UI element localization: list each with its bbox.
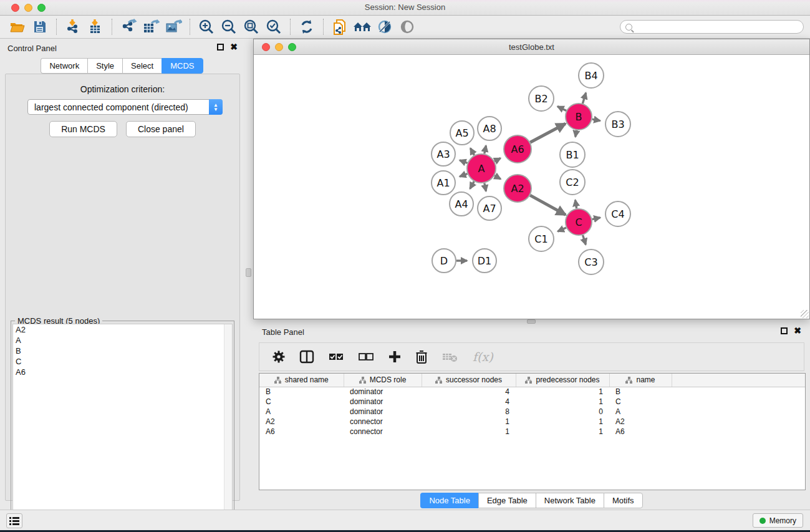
tab-style[interactable]: Style: [87, 58, 122, 74]
memory-button[interactable]: Memory: [753, 513, 803, 528]
node-B1[interactable]: B1: [560, 142, 585, 167]
node-A6[interactable]: A6: [504, 135, 531, 163]
mcds-result-item[interactable]: C: [13, 356, 232, 367]
edge-A-A5[interactable]: [470, 148, 474, 155]
close-panel-button[interactable]: Close panel: [126, 121, 196, 137]
zoom-fit-icon[interactable]: [240, 17, 263, 36]
close-panel-icon[interactable]: ✖: [230, 44, 238, 51]
tab-select[interactable]: Select: [122, 58, 162, 74]
import-table-icon[interactable]: [84, 17, 107, 36]
edge-B-B1[interactable]: [576, 130, 577, 137]
edge-A-A4[interactable]: [470, 181, 475, 189]
mcds-result-list[interactable]: A2ABCA6: [12, 324, 233, 530]
tab-network-table[interactable]: Network Table: [536, 493, 604, 508]
export-network-icon[interactable]: [117, 17, 140, 36]
settings-gear-icon[interactable]: [272, 350, 286, 364]
table-row[interactable]: Adominator80A: [259, 407, 806, 417]
node-B2[interactable]: B2: [529, 86, 554, 111]
search-input[interactable]: [635, 22, 798, 31]
edge-A-A7[interactable]: [485, 183, 486, 191]
node-A5[interactable]: A5: [450, 121, 474, 145]
vertical-splitter-grip[interactable]: [246, 268, 251, 277]
edge-B-B4[interactable]: [582, 93, 586, 104]
node-A3[interactable]: A3: [432, 142, 455, 166]
edge-A6-B[interactable]: [530, 123, 565, 142]
float-panel-icon[interactable]: [781, 327, 788, 334]
run-mcds-button[interactable]: Run MCDS: [49, 121, 117, 137]
add-column-icon[interactable]: [388, 350, 402, 364]
search-field[interactable]: [620, 20, 804, 34]
tab-edge-table[interactable]: Edge Table: [478, 493, 536, 508]
node-C3[interactable]: C3: [579, 249, 604, 274]
edge-C-C2[interactable]: [575, 200, 576, 209]
new-network-from-selection-icon[interactable]: [329, 17, 351, 36]
close-panel-icon[interactable]: ✖: [794, 327, 801, 334]
mcds-result-item[interactable]: A2: [13, 324, 232, 335]
node-A2[interactable]: A2: [504, 175, 531, 202]
column-header-MCDS-role[interactable]: MCDS role: [344, 374, 422, 387]
node-B3[interactable]: B3: [605, 112, 630, 137]
export-table-icon[interactable]: [140, 17, 162, 36]
edge-A-A3[interactable]: [460, 160, 467, 163]
edge-A-A6[interactable]: [494, 158, 500, 162]
mcds-result-item[interactable]: A6: [13, 367, 232, 377]
node-A7[interactable]: A7: [478, 196, 501, 220]
home-icon[interactable]: [351, 17, 374, 36]
node-C2[interactable]: C2: [560, 170, 585, 195]
zoom-in-icon[interactable]: [195, 17, 218, 36]
node-A4[interactable]: A4: [450, 192, 473, 216]
node-A[interactable]: A: [467, 154, 496, 183]
export-image-icon[interactable]: [162, 17, 185, 36]
column-header-shared-name[interactable]: shared name: [259, 374, 344, 387]
edge-B-B2[interactable]: [557, 107, 566, 111]
column-header-successor-nodes[interactable]: successor nodes: [422, 374, 516, 387]
deselect-all-columns-icon[interactable]: [358, 350, 374, 364]
node-D[interactable]: D: [432, 249, 456, 273]
save-session-icon[interactable]: [29, 17, 51, 36]
node-B[interactable]: B: [566, 104, 592, 130]
column-header-predecessor-nodes[interactable]: predecessor nodes: [516, 374, 609, 387]
table-row[interactable]: A2connector11A2: [259, 417, 806, 427]
edge-A-A2[interactable]: [494, 176, 501, 179]
tab-node-table[interactable]: Node Table: [420, 493, 478, 508]
node-A8[interactable]: A8: [478, 117, 501, 140]
node-D1[interactable]: D1: [473, 249, 496, 273]
import-network-icon[interactable]: [62, 17, 84, 36]
open-file-icon[interactable]: [6, 17, 29, 36]
show-details-eye-icon[interactable]: [396, 17, 418, 36]
edge-C-C1[interactable]: [557, 228, 566, 231]
edge-C-C4[interactable]: [592, 218, 600, 220]
node-C4[interactable]: C4: [605, 201, 630, 226]
delete-column-icon[interactable]: [415, 349, 428, 364]
table-row[interactable]: A6connector11A6: [259, 427, 806, 437]
task-history-button[interactable]: [6, 513, 22, 528]
zoom-selected-icon[interactable]: [263, 17, 285, 36]
network-canvas[interactable]: B4B2BB3A8A5A6A3B1AA1C2A2A4A7C4CC1C3DD1: [254, 56, 809, 319]
network-window-titlebar[interactable]: testGlobe.txt: [254, 39, 809, 55]
select-all-columns-icon[interactable]: [328, 350, 344, 364]
node-C1[interactable]: C1: [529, 226, 554, 251]
toggle-column-view-icon[interactable]: [299, 350, 314, 364]
node-C[interactable]: C: [566, 209, 592, 235]
edge-A-A1[interactable]: [460, 173, 467, 177]
resize-grip-icon[interactable]: [801, 310, 809, 318]
criterion-dropdown[interactable]: largest connected component (directed) ▲…: [27, 99, 223, 115]
node-B4[interactable]: B4: [579, 63, 604, 88]
float-panel-icon[interactable]: [217, 44, 224, 51]
scrollbar-track[interactable]: [224, 324, 232, 529]
table-row[interactable]: Bdominator41B: [259, 387, 806, 397]
refresh-layout-icon[interactable]: [296, 17, 318, 36]
mcds-result-item[interactable]: B: [13, 346, 232, 356]
table-row[interactable]: Cdominator41C: [259, 397, 806, 407]
edge-C-C3[interactable]: [583, 235, 586, 244]
edge-B-B3[interactable]: [592, 119, 600, 120]
edge-A-A8[interactable]: [485, 145, 486, 153]
mcds-result-item[interactable]: A: [13, 335, 232, 346]
zoom-out-icon[interactable]: [218, 17, 240, 36]
column-header-name[interactable]: name: [609, 374, 672, 387]
edge-A2-C[interactable]: [530, 195, 566, 215]
tab-mcds[interactable]: MCDS: [162, 58, 203, 74]
tab-network[interactable]: Network: [41, 58, 87, 74]
tab-motifs[interactable]: Motifs: [604, 493, 643, 508]
hide-graphics-details-icon[interactable]: [374, 17, 396, 36]
